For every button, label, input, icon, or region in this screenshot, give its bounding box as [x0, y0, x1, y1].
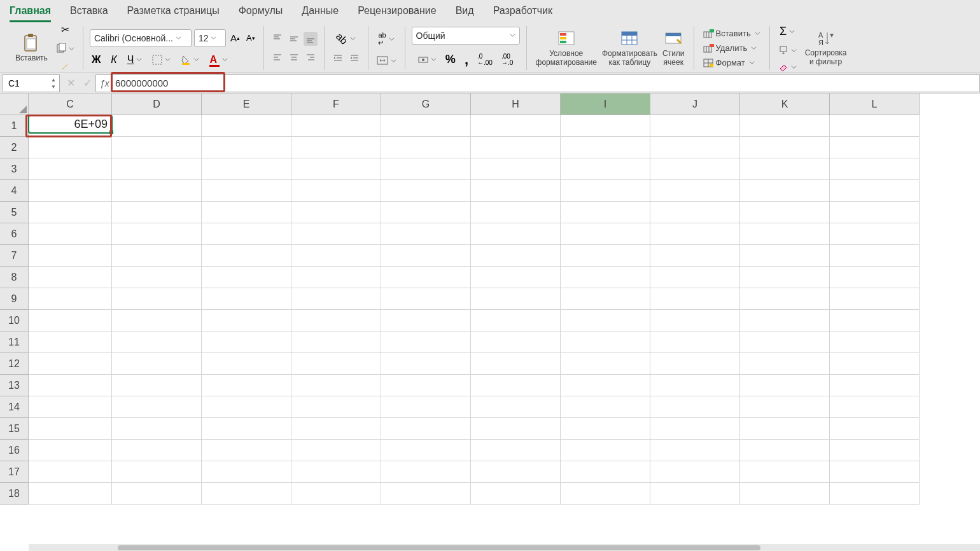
cell-F5[interactable]	[291, 202, 381, 223]
cell-I1[interactable]	[561, 115, 650, 137]
underline-button[interactable]: Ч	[125, 52, 144, 67]
cell-K18[interactable]	[740, 483, 830, 505]
col-header-K[interactable]: K	[740, 94, 830, 115]
cell-K1[interactable]	[740, 115, 830, 137]
cell-L6[interactable]	[830, 223, 920, 245]
cell-L15[interactable]	[830, 418, 920, 440]
cell-C11[interactable]	[29, 331, 112, 353]
cell-I4[interactable]	[561, 180, 650, 202]
cell-L2[interactable]	[830, 137, 920, 158]
cell-H11[interactable]	[471, 331, 561, 353]
cell-F14[interactable]	[291, 396, 381, 418]
insert-cells-button[interactable]: Вставить	[701, 27, 763, 39]
cell-styles-button[interactable]: Стили ячеек	[660, 26, 687, 70]
cell-D11[interactable]	[112, 331, 202, 353]
cell-F1[interactable]	[291, 115, 381, 137]
cell-D5[interactable]	[112, 202, 202, 223]
tab-developer[interactable]: Разработчик	[493, 3, 552, 22]
cell-L7[interactable]	[830, 245, 920, 267]
cell-K10[interactable]	[740, 310, 830, 331]
cell-E8[interactable]	[202, 267, 291, 288]
cell-I18[interactable]	[561, 483, 650, 505]
cell-L17[interactable]	[830, 461, 920, 483]
cell-F17[interactable]	[291, 461, 381, 483]
cell-H18[interactable]	[471, 483, 561, 505]
cell-D4[interactable]	[112, 180, 202, 202]
cell-E10[interactable]	[202, 310, 291, 331]
increase-decimal-button[interactable]: .0←.00	[475, 52, 494, 68]
align-top-button[interactable]	[270, 32, 284, 46]
cell-E14[interactable]	[202, 396, 291, 418]
cell-F2[interactable]	[291, 137, 381, 158]
row-header-18[interactable]: 18	[0, 483, 29, 505]
cell-C16[interactable]	[29, 440, 112, 461]
cell-D17[interactable]	[112, 461, 202, 483]
col-header-E[interactable]: E	[202, 94, 291, 115]
row-header-6[interactable]: 6	[0, 223, 29, 245]
cell-H3[interactable]	[471, 158, 561, 180]
cell-F18[interactable]	[291, 483, 381, 505]
row-header-3[interactable]: 3	[0, 158, 29, 180]
cell-D6[interactable]	[112, 223, 202, 245]
fx-icon[interactable]: ƒx	[100, 78, 109, 88]
cell-I14[interactable]	[561, 396, 650, 418]
cell-K2[interactable]	[740, 137, 830, 158]
cell-J15[interactable]	[650, 418, 740, 440]
row-header-12[interactable]: 12	[0, 353, 29, 375]
number-format-select[interactable]: Общий	[412, 27, 520, 45]
cell-C18[interactable]	[29, 483, 112, 505]
cell-H10[interactable]	[471, 310, 561, 331]
cell-K14[interactable]	[740, 396, 830, 418]
cell-F13[interactable]	[291, 375, 381, 396]
cell-D16[interactable]	[112, 440, 202, 461]
cell-D1[interactable]	[112, 115, 202, 137]
cell-E6[interactable]	[202, 223, 291, 245]
currency-button[interactable]	[416, 53, 438, 66]
borders-button[interactable]	[150, 53, 172, 67]
decrease-font-button[interactable]: A▾	[244, 31, 257, 45]
cell-J3[interactable]	[650, 158, 740, 180]
align-middle-button[interactable]	[287, 32, 301, 46]
cell-G1[interactable]	[381, 115, 471, 137]
cell-F15[interactable]	[291, 418, 381, 440]
cell-H4[interactable]	[471, 180, 561, 202]
cell-E15[interactable]	[202, 418, 291, 440]
cell-G11[interactable]	[381, 331, 471, 353]
cell-K5[interactable]	[740, 202, 830, 223]
cell-F9[interactable]	[291, 288, 381, 310]
cell-K6[interactable]	[740, 223, 830, 245]
cell-L3[interactable]	[830, 158, 920, 180]
format-painter-button[interactable]: ⟋	[54, 59, 76, 74]
cell-H1[interactable]	[471, 115, 561, 137]
cell-H14[interactable]	[471, 396, 561, 418]
align-bottom-button[interactable]	[304, 32, 318, 46]
cell-J14[interactable]	[650, 396, 740, 418]
cell-F16[interactable]	[291, 440, 381, 461]
font-size-select[interactable]: 12	[194, 29, 226, 47]
cell-I10[interactable]	[561, 310, 650, 331]
cell-E13[interactable]	[202, 375, 291, 396]
cell-D13[interactable]	[112, 375, 202, 396]
fill-color-button[interactable]	[179, 53, 201, 67]
comma-button[interactable]: ,	[463, 50, 470, 70]
cell-F7[interactable]	[291, 245, 381, 267]
cell-F8[interactable]	[291, 267, 381, 288]
decrease-decimal-button[interactable]: .00→.0	[500, 52, 515, 68]
row-header-2[interactable]: 2	[0, 137, 29, 158]
tab-data[interactable]: Данные	[302, 3, 339, 22]
cell-G15[interactable]	[381, 418, 471, 440]
clear-button[interactable]	[776, 60, 799, 73]
row-header-17[interactable]: 17	[0, 461, 29, 483]
cell-H15[interactable]	[471, 418, 561, 440]
cell-D8[interactable]	[112, 267, 202, 288]
cell-C8[interactable]	[29, 267, 112, 288]
cell-G5[interactable]	[381, 202, 471, 223]
formula-input[interactable]: ƒx 6000000000	[95, 74, 980, 92]
col-header-D[interactable]: D	[112, 94, 202, 115]
cell-K8[interactable]	[740, 267, 830, 288]
cell-L11[interactable]	[830, 331, 920, 353]
cell-K16[interactable]	[740, 440, 830, 461]
cell-H8[interactable]	[471, 267, 561, 288]
cell-J16[interactable]	[650, 440, 740, 461]
cell-F3[interactable]	[291, 158, 381, 180]
